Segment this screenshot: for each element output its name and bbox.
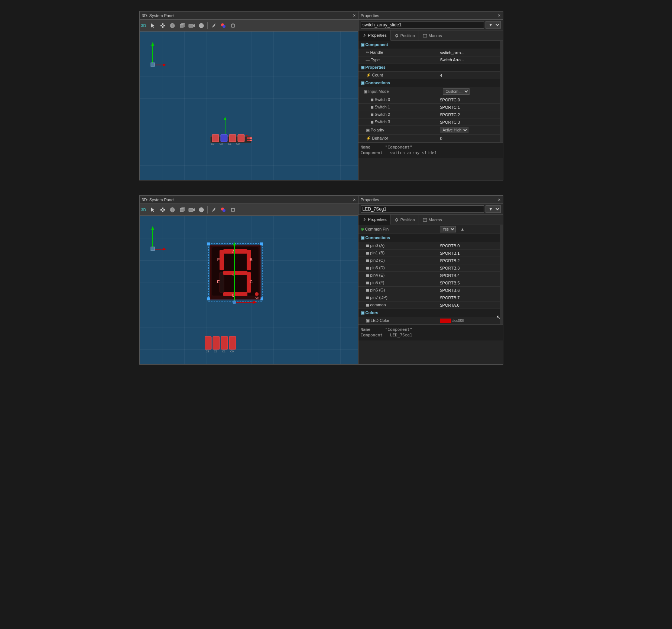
wrench-btn-b[interactable] [209, 205, 218, 214]
input-mode-row: ▣ Input Mode Custom ... [358, 87, 503, 96]
select-tool-btn[interactable] [149, 21, 158, 30]
svg-rect-51 [180, 209, 183, 212]
props-close-top[interactable]: × [498, 13, 501, 18]
pin0-value: $PORTB.0 [438, 242, 503, 250]
switch2-value: $PORTC.2 [438, 111, 503, 118]
titlebar-bottom: 3D: System Panel × [140, 196, 358, 204]
switch0-label: ◼ Switch 0 [358, 96, 438, 104]
polarity-row: ▣ Polarity Active High [358, 126, 503, 135]
color-btn-b[interactable] [219, 205, 228, 214]
svg-text:C2: C2 [214, 350, 217, 353]
tab-position-top[interactable]: Position [391, 30, 419, 40]
move-tool-btn[interactable] [158, 21, 167, 30]
common-pin-select[interactable]: Yes [440, 226, 456, 232]
tab-properties-bottom[interactable]: Properties [358, 215, 391, 225]
svg-marker-55 [193, 208, 195, 211]
pin6-row: ◼ pin6 (G) $PORTB.6 [358, 287, 503, 294]
svg-text:E: E [217, 280, 220, 284]
svg-rect-94 [213, 336, 220, 349]
type-row: — Type Switch Arra... [358, 56, 503, 63]
rotate-btn[interactable] [228, 21, 237, 30]
scrollbar-top[interactable] [500, 41, 503, 142]
svg-rect-46 [162, 211, 163, 212]
svg-rect-78 [223, 271, 247, 275]
svg-rect-1 [162, 23, 163, 25]
input-mode-label: ▣ Input Mode [358, 87, 438, 96]
pin2-value: $PORTB.2 [438, 257, 503, 264]
sphere-btn-b[interactable] [168, 205, 177, 214]
handle-value: switch_arra... [438, 49, 503, 56]
axis-bottom [147, 223, 166, 254]
svg-point-90 [233, 300, 236, 304]
behavior-row: ⚡ Behavior 0 [358, 135, 503, 142]
handle-label: ✏ Handle [358, 49, 438, 56]
svg-point-14 [223, 25, 225, 28]
color-btn[interactable] [219, 21, 228, 30]
switch1-row: ◼ Switch 1 $PORTC.1 [358, 104, 503, 111]
pin1-value: $PORTB.1 [438, 250, 503, 257]
canvas-bottom: A F B C D E G DP [140, 216, 358, 364]
close-button-top[interactable]: × [353, 13, 356, 18]
props-close-bottom[interactable]: × [498, 197, 501, 202]
svg-point-5 [170, 23, 175, 28]
svg-text:C0: C0 [230, 350, 234, 353]
view-sphere-btn[interactable] [197, 21, 206, 30]
pin4-label: ◼ pin4 (E) [358, 272, 438, 279]
component-name-input-top[interactable] [361, 21, 484, 29]
common-row: ◼ common $PORTA.0 [358, 302, 503, 309]
svg-rect-105 [424, 218, 426, 219]
tab-position-bottom[interactable]: Position [391, 215, 419, 225]
behavior-value: 0 [438, 135, 503, 142]
count-label: ⚡ Count [358, 72, 438, 79]
props-title-top: Properties [361, 13, 379, 18]
view-sphere-btn-b[interactable] [197, 205, 206, 214]
svg-text:DP: DP [254, 297, 259, 300]
properties-panel-top: Properties × ▼ Properties Position Macro… [358, 11, 503, 180]
scrollbar-bottom[interactable] [500, 225, 503, 325]
count-value: 4 [438, 72, 503, 79]
svg-rect-4 [163, 25, 165, 26]
tab-macros-bottom[interactable]: Macros [419, 215, 446, 225]
behavior-label: ⚡ Behavior [358, 135, 438, 142]
box-btn[interactable] [178, 21, 186, 30]
switch2-label: ◼ Switch 2 [358, 111, 438, 118]
svg-rect-3 [160, 25, 162, 26]
type-value: Switch Arra... [438, 56, 503, 63]
svg-rect-77 [220, 250, 224, 270]
component-name-dropdown-b[interactable]: ▼ [486, 205, 501, 213]
switch-array-component: C3 C2 C1 C0 [207, 116, 266, 147]
section-connections-top: ▣ Connections [358, 79, 503, 87]
svg-rect-68 [207, 297, 210, 300]
rotate-btn-b[interactable] [228, 205, 237, 214]
svg-rect-27 [212, 134, 219, 142]
svg-rect-28 [221, 134, 227, 142]
camera-btn[interactable] [187, 21, 196, 30]
camera-btn-b[interactable] [187, 205, 196, 214]
component-name-dropdown[interactable]: ▼ [486, 21, 501, 29]
close-button-bottom[interactable]: × [353, 197, 356, 202]
svg-marker-61 [151, 226, 154, 230]
input-mode-select[interactable]: Custom ... [443, 88, 470, 95]
move-tool-btn-b[interactable] [158, 205, 167, 214]
box-btn-b[interactable] [178, 205, 186, 214]
wrench-btn[interactable] [209, 21, 218, 30]
sphere-btn[interactable] [168, 21, 177, 30]
panel-title-top: 3D: System Panel [142, 13, 175, 18]
pin7-row: ◼ pin7 (DP) $PORTB.7 [358, 294, 503, 302]
properties-panel-bottom: Properties × ▼ Properties Position Macro… [358, 195, 503, 365]
count-row: ⚡ Count 4 [358, 72, 503, 79]
svg-marker-19 [163, 63, 166, 66]
common-pin-label: ⊕ Common Pin [358, 225, 438, 234]
switch0-row: ◼ Switch 0 $PORTC.0 [358, 96, 503, 104]
svg-point-12 [199, 23, 204, 28]
section-colors: ▣ Colors [358, 309, 503, 317]
tab-macros-top[interactable]: Macros [419, 30, 446, 40]
select-tool-btn-b[interactable] [149, 205, 158, 214]
led-color-swatch[interactable] [440, 319, 451, 323]
polarity-select[interactable]: Active High [440, 127, 468, 133]
component-name-input-bottom[interactable] [361, 205, 484, 213]
footer-component-bottom: Component LED_7Seg1 [361, 333, 501, 338]
tab-properties-top[interactable]: Properties [358, 30, 391, 41]
pin0-label: ◼ pin0 (A) [358, 242, 438, 250]
svg-text:C1: C1 [222, 350, 225, 353]
